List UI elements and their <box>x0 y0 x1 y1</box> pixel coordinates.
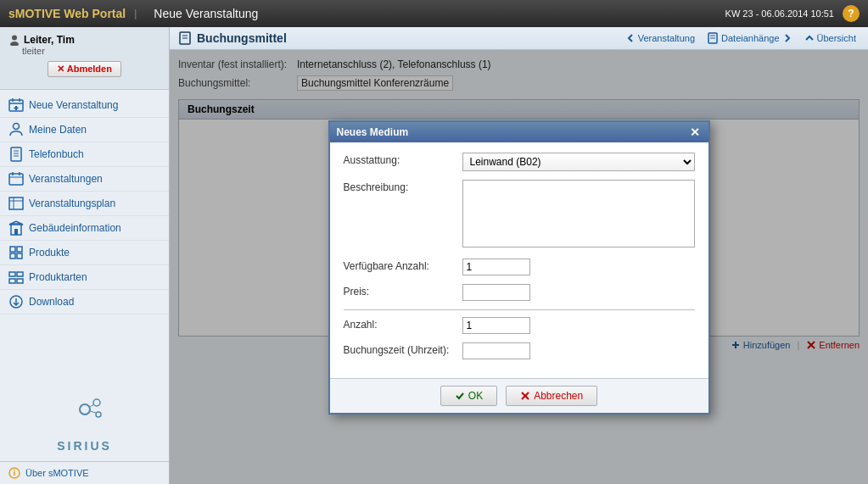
ausstattung-select[interactable]: Leinwand (B02) Beamer (B02) Whiteboard (… <box>462 153 695 171</box>
sidebar-item-meine-daten[interactable]: Meine Daten <box>0 118 169 142</box>
beschreibung-row: Beschreibung: <box>344 180 695 250</box>
attachments-link[interactable]: Dateianhänge <box>703 31 796 46</box>
modal-body: Ausstattung: Leinwand (B02) Beamer (B02)… <box>330 142 708 378</box>
svg-rect-23 <box>10 247 15 252</box>
buchungszeit-input[interactable] <box>462 342 530 359</box>
sidebar: Leiter, Tim tleiter ✕ Abmelden Neue Vera… <box>0 27 170 484</box>
content-header: Buchungsmittel Veranstaltung Dateianhäng… <box>170 27 868 50</box>
svg-line-36 <box>90 404 94 407</box>
svg-rect-25 <box>10 253 15 259</box>
sidebar-label: Neue Veranstaltung <box>29 99 118 111</box>
products-icon <box>8 245 24 260</box>
svg-line-37 <box>90 411 96 413</box>
app-header: sMOTIVE Web Portal | Neue Veranstaltung … <box>0 0 868 27</box>
cancel-icon <box>520 391 530 401</box>
sidebar-label: Produktarten <box>29 271 87 283</box>
modal-title: Neues Medium <box>337 126 409 138</box>
modal-header: Neues Medium ✕ <box>330 122 708 142</box>
sidebar-item-veranstaltungsplan[interactable]: Veranstaltungsplan <box>0 192 169 216</box>
svg-rect-24 <box>17 247 22 252</box>
preis-input[interactable] <box>462 284 530 301</box>
sidebar-item-produkte[interactable]: Produkte <box>0 241 169 265</box>
svg-rect-30 <box>17 279 23 283</box>
anzahl-input[interactable] <box>462 317 530 334</box>
content-body: Inventar (fest installiert): Internetans… <box>170 50 868 484</box>
verfuegbare-anzahl-field <box>462 259 695 275</box>
ok-button[interactable]: OK <box>440 386 497 406</box>
modal-close-button[interactable]: ✕ <box>688 125 702 139</box>
beschreibung-label: Beschreibung: <box>344 180 462 193</box>
overview-link[interactable]: Übersicht <box>801 31 860 45</box>
beschreibung-textarea[interactable] <box>462 180 695 248</box>
anzahl-row: Anzahl: <box>344 317 695 334</box>
svg-point-8 <box>14 124 20 130</box>
navigation: Neue Veranstaltung Meine Daten Telefonbu… <box>0 90 169 384</box>
anzahl-label: Anzahl: <box>344 317 462 331</box>
svg-rect-26 <box>17 253 22 259</box>
svg-rect-9 <box>11 147 21 161</box>
sidebar-item-neue-veranstaltung[interactable]: Neue Veranstaltung <box>0 93 169 118</box>
svg-marker-21 <box>9 221 23 225</box>
user-name: Leiter, Tim <box>8 34 160 46</box>
bookmark-icon <box>178 31 192 45</box>
buchungszeit-row: Buchungszeit (Uhrzeit): <box>344 342 695 359</box>
checkmark-icon <box>455 391 465 401</box>
logout-button[interactable]: ✕ Abmelden <box>48 61 121 77</box>
back-arrow-icon <box>625 33 636 43</box>
user-login: tleiter <box>8 46 160 56</box>
sirius-graphic <box>59 392 110 435</box>
page-title: Neue Veranstaltung <box>154 7 258 20</box>
forward-arrow-icon <box>782 33 792 43</box>
datetime: KW 23 - 06.06.2014 10:51 <box>725 8 834 19</box>
cancel-button[interactable]: Abbrechen <box>506 386 597 406</box>
svg-rect-28 <box>17 272 23 276</box>
verfuegbare-anzahl-input[interactable] <box>462 259 530 275</box>
sidebar-item-veranstaltungen[interactable]: Veranstaltungen <box>0 167 169 192</box>
modal-separator <box>344 309 695 310</box>
help-button[interactable]: ? <box>843 5 860 22</box>
header-left: sMOTIVE Web Portal | Neue Veranstaltung <box>8 7 258 20</box>
info-icon <box>8 467 20 479</box>
modal-dialog: Neues Medium ✕ Ausstattung: Leinwand (B0… <box>328 120 710 414</box>
up-arrow-icon <box>804 33 815 43</box>
user-area: Leiter, Tim tleiter ✕ Abmelden <box>0 27 169 90</box>
sidebar-item-produktarten[interactable]: Produktarten <box>0 265 169 290</box>
about-smotive[interactable]: Über sMOTIVE <box>0 461 169 484</box>
verfuegbare-anzahl-row: Verfügbare Anzahl: <box>344 259 695 275</box>
svg-rect-17 <box>9 197 23 209</box>
sidebar-item-telefonbuch[interactable]: Telefonbuch <box>0 142 169 167</box>
preis-field <box>462 284 695 301</box>
sidebar-label: Download <box>29 296 74 308</box>
sidebar-label: Veranstaltungsplan <box>29 197 115 209</box>
calendar-add-icon <box>8 97 24 113</box>
sidebar-label: Veranstaltungen <box>29 173 103 185</box>
building-icon <box>8 220 24 236</box>
ausstattung-label: Ausstattung: <box>344 153 462 166</box>
svg-point-1 <box>10 42 19 46</box>
sidebar-item-gebaeudeinformation[interactable]: Gebäudeinformation <box>0 216 169 241</box>
ausstattung-row: Ausstattung: Leinwand (B02) Beamer (B02)… <box>344 153 695 171</box>
modal-footer: OK Abbrechen <box>330 378 708 413</box>
phone-book-icon <box>8 147 24 162</box>
back-to-veranstaltung[interactable]: Veranstaltung <box>622 31 698 45</box>
preis-label: Preis: <box>344 284 462 298</box>
content-title: Buchungsmittel <box>178 31 287 45</box>
download-icon <box>8 294 24 309</box>
buchungszeit-field <box>462 342 695 359</box>
anzahl-field <box>462 317 695 334</box>
svg-point-34 <box>93 399 100 406</box>
app-title: sMOTIVE Web Portal <box>8 7 126 20</box>
beschreibung-field <box>462 180 695 250</box>
user-icon <box>8 34 20 46</box>
sidebar-label: Meine Daten <box>29 124 87 136</box>
svg-rect-22 <box>14 229 18 235</box>
header-right: KW 23 - 06.06.2014 10:51 ? <box>725 5 860 22</box>
sidebar-label: Produkte <box>29 247 70 259</box>
sidebar-item-download[interactable]: Download <box>0 290 169 314</box>
verfuegbare-anzahl-label: Verfügbare Anzahl: <box>344 259 462 272</box>
svg-point-0 <box>12 36 17 41</box>
ausstattung-field: Leinwand (B02) Beamer (B02) Whiteboard (… <box>462 153 695 171</box>
plan-icon <box>8 196 24 211</box>
content-area: Buchungsmittel Veranstaltung Dateianhäng… <box>170 27 868 484</box>
svg-point-35 <box>96 412 101 417</box>
